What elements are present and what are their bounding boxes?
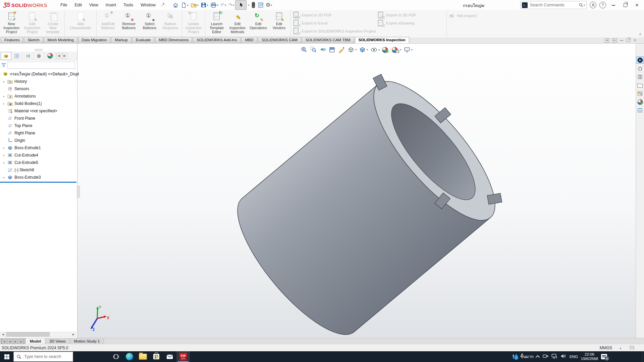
mail-app-icon[interactable] [163,351,176,362]
tab-mbd-dimensions[interactable]: MBD Dimensions [155,37,192,43]
tree-root-item[interactable]: กรอบใหญ่w (Default) <<Default>_Displ [1,70,102,77]
caret-down-icon[interactable]: ▾ [197,4,199,7]
add-edit-balloons-button[interactable]: ①✱ Add/Edit Balloons [98,11,118,30]
tree-item-sketch8[interactable]: (-) Sketch8 [0,166,77,174]
home-button[interactable] [171,1,180,9]
taskbar-clock[interactable]: 22:0619/6/2568 [581,352,598,361]
caret-down-icon[interactable]: ▾ [233,4,234,7]
prev-tab-button[interactable]: ◀ [7,339,12,344]
microsoft-store-icon[interactable] [150,351,163,362]
volume-icon[interactable] [560,354,567,360]
panel-splitter[interactable] [77,186,80,198]
tab-motion-study-1[interactable]: Motion Study 1 [70,338,104,344]
redo-button[interactable]: ↷▾ [227,1,235,9]
remove-balloons-button[interactable]: ①✕ Remove Balloons [118,11,139,30]
tree-filter-input[interactable] [7,62,75,69]
expand-arrow-icon[interactable]: ▸ [2,102,6,105]
last-tab-button[interactable]: ▶ [19,339,24,344]
export-to-3d-pdf-button[interactable]: 3D Export to 3D PDF [377,11,444,18]
language-indicator[interactable]: ENG [570,355,578,359]
home-tab-icon[interactable] [636,65,644,72]
show-desktop-button[interactable] [642,351,644,362]
tab-solidworks-cam-tbm[interactable]: SOLIDWORKS CAM TBM [302,37,354,43]
tab-property-manager[interactable] [11,52,22,60]
first-tab-button[interactable]: ◀ [1,339,7,344]
unit-system-label[interactable]: MMGS [600,346,612,350]
menu-tools[interactable]: Tools [120,1,137,9]
taskbar-search-input[interactable] [23,354,73,359]
graphics-area[interactable]: ▾ ▾ ▾ ▾ ▾ [77,44,636,338]
settings-button[interactable]: ⚙▾ [265,1,273,9]
hidden-icons-chevron[interactable] [536,355,540,359]
tree-item-origin[interactable]: Origin [0,137,77,144]
open-document-button[interactable]: ▾ [190,1,200,9]
ribbon-collapse-button[interactable]: ∧ [639,32,641,36]
restore-button[interactable] [621,1,630,9]
scroll-left-arrow[interactable]: ◀ [1,333,5,336]
net-inspect-button[interactable]: ni Net-Inspect [449,12,477,19]
scroll-right-arrow[interactable]: ▶ [71,333,76,336]
add-characteristic-button[interactable]: ✎ Add Characteristic [66,11,95,30]
tree-item-sensors[interactable]: Sensors [0,85,77,93]
unit-system-caret[interactable]: ▴ [620,347,621,350]
caret-down-icon[interactable]: ▾ [187,4,189,7]
menu-window[interactable]: Window [137,1,159,9]
balloon-sequence-button[interactable]: ①② Balloon Sequence [160,11,181,30]
tab-solidworks-cam[interactable]: SOLIDWORKS CAM [258,37,301,43]
network-icon[interactable] [551,354,557,360]
tree-item-boss-extrude3[interactable]: ▸Boss-Extrude3 [0,174,77,181]
pin-menu-icon[interactable] [161,2,165,8]
expand-arrow-icon[interactable]: ▸ [2,176,6,179]
caret-down-icon[interactable]: ▾ [207,4,208,7]
menu-view[interactable]: View [86,1,102,9]
doc-minimize-button[interactable] [620,40,623,41]
caret-down-icon[interactable]: ▾ [271,4,272,7]
launch-template-editor-button[interactable]: ↻ Launch Template Editor [206,11,227,34]
tab-features[interactable]: Features [1,37,23,43]
search-commands-box[interactable]: >_ ▾ [520,1,587,9]
expand-arrow-icon[interactable]: ▸ [2,80,6,83]
custom-properties-icon[interactable] [636,107,644,114]
edge-browser-icon[interactable] [123,351,136,362]
options-list-button[interactable] [257,1,265,9]
caret-down-icon[interactable]: ▾ [584,4,585,7]
tree-item-right-plane[interactable]: Right Plane [0,129,77,137]
file-explorer-taskbar-icon[interactable] [136,351,150,362]
task-view-button[interactable] [109,351,123,362]
caret-down-icon[interactable]: ▾ [217,4,218,7]
tree-item-cut-extrude5[interactable]: ▸Cut-Extrude5 [0,159,77,166]
part-3d-model[interactable] [77,44,636,338]
edit-inspection-methods-button[interactable]: ✎ Edit Inspection Methods [227,11,248,34]
3dexperience-icon[interactable] [636,56,644,64]
tree-item-front-plane[interactable]: Front Plane [0,115,77,122]
tab-evaluate[interactable]: Evaluate [132,37,155,43]
expand-arrow-icon[interactable]: ▸ [2,161,6,164]
tab-3d-views[interactable]: 3D Views [45,338,70,344]
status-sheet-icon[interactable] [629,345,635,351]
appearances-scenes-icon[interactable] [636,98,644,106]
rollback-bar[interactable] [0,182,76,183]
tab-feature-manager[interactable] [1,52,11,60]
tab-solidworks-add-ins[interactable]: SOLIDWORKS Add-Ins [193,37,240,43]
create-new-template-button[interactable]: Create New template [43,11,63,34]
action-center-icon[interactable]: 4 [601,354,607,359]
minimize-button[interactable] [609,1,618,9]
tree-horizontal-scrollbar[interactable]: ◀ ▶ [0,332,76,337]
tab-markup[interactable]: Markup [111,37,131,43]
tabs-scroll-left[interactable]: ◀ [56,53,61,59]
expand-arrow-icon[interactable]: ▸ [2,95,6,98]
menu-insert[interactable]: Insert [102,1,120,9]
help-icon[interactable]: ? [599,2,606,8]
new-inspection-project-button[interactable]: ✱✓ New Inspection Project [1,11,22,34]
view-palette-icon[interactable] [636,90,644,97]
panel-resize-grip[interactable] [35,49,43,51]
export-to-solidworks-inspection-project-button[interactable]: ✓ Export to SOLIDWORKS Inspection Projec… [293,27,377,35]
select-tool-button[interactable] [235,0,247,10]
doc-restore-button[interactable] [627,39,630,42]
edit-operations-button[interactable]: ↻✎ Edit Operations [248,11,269,30]
undo-button[interactable]: ↶▾ [219,1,227,9]
close-button[interactable]: ✕ [633,1,641,9]
print-button[interactable]: ▾ [209,1,219,9]
save-button[interactable]: ▾ [200,1,209,9]
collapse-right-pane-icon[interactable]: ▶ [612,38,617,43]
